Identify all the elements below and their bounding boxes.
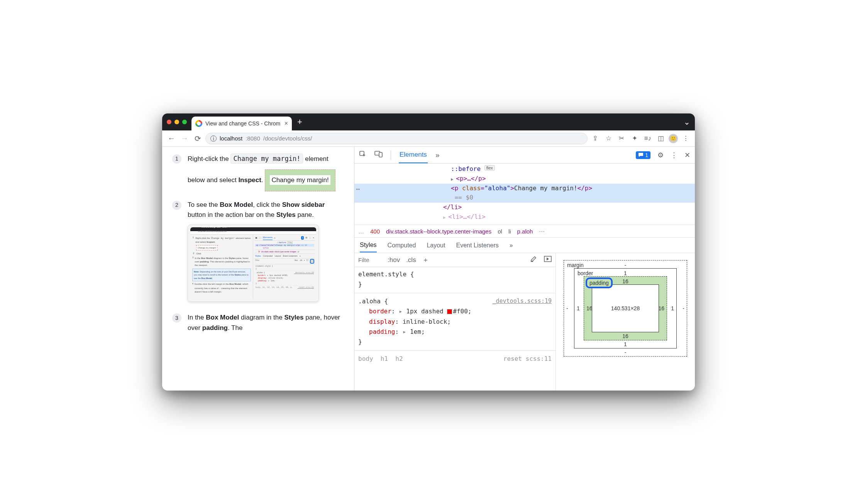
- t: diagram in the: [239, 314, 284, 321]
- color-swatch-icon[interactable]: [447, 309, 452, 314]
- border-top[interactable]: 1: [624, 270, 627, 276]
- margin-left[interactable]: -: [566, 305, 568, 311]
- settings-icon[interactable]: ⚙: [657, 151, 664, 159]
- flex-badge[interactable]: flex: [484, 165, 495, 171]
- devtools-header: Elements » 1 ⚙ ⋮ ✕: [354, 147, 695, 164]
- paint-brush-icon[interactable]: [530, 255, 538, 264]
- cls-toggle[interactable]: .cls: [406, 256, 416, 264]
- event-listeners-tab[interactable]: Event Listeners: [456, 239, 498, 252]
- step-number: 1: [172, 154, 181, 164]
- reload-button[interactable]: ⟳: [192, 134, 203, 143]
- bc-ol[interactable]: ol: [498, 228, 502, 235]
- box-model-pane: margin - - - - border 1 1 1 1 padding: [556, 253, 695, 391]
- content-size: 140.531×28: [611, 305, 640, 311]
- elements-tab[interactable]: Elements: [399, 147, 428, 163]
- rule-aloha[interactable]: .aloha {: [358, 298, 388, 305]
- t: Right-click the: [188, 155, 230, 162]
- t: To see the: [188, 201, 220, 208]
- box-model-padding[interactable]: padding 16 16 16 16 140.531×28: [584, 276, 667, 340]
- padding-top[interactable]: 16: [622, 278, 628, 284]
- step-text: In the Box Model diagram in the Styles p…: [188, 313, 344, 333]
- maximize-window-icon[interactable]: [182, 120, 187, 124]
- svg-rect-3: [531, 261, 533, 262]
- margin-bottom[interactable]: -: [625, 349, 627, 355]
- padding-bottom[interactable]: 16: [622, 333, 628, 339]
- t: In the: [188, 314, 206, 321]
- rule-element-style[interactable]: element.style {: [358, 269, 552, 279]
- reading-list-icon[interactable]: ≡♪: [642, 135, 653, 142]
- bc-ellipsis[interactable]: …: [358, 228, 364, 235]
- dropdown-window-icon[interactable]: ⌄: [684, 117, 690, 127]
- box-model-content[interactable]: 140.531×28: [592, 284, 659, 332]
- back-button[interactable]: ←: [166, 134, 177, 143]
- more-tabs-icon[interactable]: »: [435, 151, 440, 159]
- extensions-icon[interactable]: ✦: [629, 134, 640, 142]
- browser-tab[interactable]: View and change CSS - Chrom ×: [191, 117, 292, 130]
- margin-right[interactable]: -: [683, 305, 684, 311]
- scissors-icon[interactable]: ✂: [616, 134, 627, 142]
- margin-label: margin: [567, 262, 584, 268]
- padding-left[interactable]: 16: [586, 305, 593, 311]
- collapsed-p[interactable]: <p>…</p>: [456, 175, 486, 182]
- bc-li[interactable]: li: [508, 228, 511, 235]
- border-right[interactable]: 1: [671, 305, 674, 311]
- dom-breadcrumb[interactable]: … 400 div.stack.stack--block.type.center…: [354, 225, 695, 238]
- bc-more[interactable]: ⋯: [539, 228, 545, 235]
- url-bar[interactable]: i localhost:8080/docs/devtools/css/: [205, 133, 588, 144]
- box-model-border[interactable]: border 1 1 1 1 padding 16 16 16 16: [574, 268, 677, 348]
- layout-tab[interactable]: Layout: [427, 239, 445, 252]
- filter-input[interactable]: [358, 257, 381, 263]
- dom-tree[interactable]: ::before flex <p>…</p> <p class="aloha">…: [354, 164, 695, 225]
- rule-source-link[interactable]: _devtools.scss:19: [492, 296, 552, 306]
- bc-paloh[interactable]: p.aloh: [517, 228, 533, 235]
- rule-source-link[interactable]: reset scss:11: [503, 354, 552, 364]
- step-text: Right-click the Change my margin! elemen…: [188, 154, 344, 191]
- new-rule-icon[interactable]: ＋: [422, 255, 429, 264]
- device-toggle-icon[interactable]: [374, 150, 383, 160]
- more-styles-tabs-icon[interactable]: »: [510, 239, 513, 252]
- close-devtools-icon[interactable]: ✕: [684, 151, 690, 159]
- new-tab-button[interactable]: +: [297, 118, 302, 126]
- eq-zero: == $0: [451, 194, 473, 201]
- share-icon[interactable]: ⇪: [590, 134, 601, 142]
- styles-filter-row: :hov .cls ＋: [354, 253, 556, 267]
- inspect-icon[interactable]: [359, 150, 367, 160]
- step-2: 2 To see the Box Model, click the Show s…: [172, 200, 344, 304]
- change-my-margin-demo[interactable]: Change my margin!: [265, 169, 335, 191]
- margin-top[interactable]: -: [625, 262, 627, 268]
- url-path: /docs/devtools/css/: [263, 135, 312, 142]
- padding-right[interactable]: 16: [658, 305, 664, 311]
- bold: Styles: [276, 211, 296, 218]
- bc-div[interactable]: div.stack.stack--block.type.center-image…: [386, 228, 491, 235]
- close-window-icon[interactable]: [167, 120, 171, 124]
- bookmark-icon[interactable]: ☆: [603, 134, 614, 142]
- border-left[interactable]: 1: [577, 305, 580, 311]
- forward-button[interactable]: →: [179, 134, 190, 143]
- title-bar: View and change CSS - Chrom × + ⌄: [162, 113, 695, 130]
- styles-sub-tabs: Styles Computed Layout Event Listeners »: [354, 238, 695, 253]
- tab-close-icon[interactable]: ×: [285, 120, 288, 127]
- selected-dom-node[interactable]: <p class="aloha">Change my margin!</p> =…: [354, 184, 695, 203]
- issues-badge[interactable]: 1: [636, 151, 650, 159]
- side-panel-icon[interactable]: ◫: [655, 134, 666, 142]
- thumbnail-inner: View and change CSS - Chro… × localhost:…: [188, 225, 318, 301]
- bold: Inspect: [238, 176, 261, 184]
- css-rules[interactable]: element.style { } .aloha {_devtools.scss…: [354, 267, 556, 366]
- collapsed-li[interactable]: <li>…</li>: [448, 213, 485, 220]
- profile-avatar[interactable]: 🙂: [669, 134, 678, 143]
- minimize-window-icon[interactable]: [174, 120, 179, 124]
- content-split: 1 Right-click the Change my margin! elem…: [162, 147, 695, 391]
- site-info-icon[interactable]: i: [210, 135, 217, 142]
- box-model-margin[interactable]: margin - - - - border 1 1 1 1 padding: [564, 260, 687, 357]
- computed-tab[interactable]: Computed: [388, 239, 416, 252]
- bc-400[interactable]: 400: [370, 228, 380, 235]
- hov-toggle[interactable]: :hov: [388, 256, 400, 264]
- browser-toolbar: ← → ⟳ i localhost:8080/docs/devtools/css…: [162, 130, 695, 147]
- chrome-menu-icon[interactable]: ⋮: [680, 134, 691, 142]
- kebab-menu-icon[interactable]: ⋮: [671, 151, 677, 159]
- border-bottom[interactable]: 1: [624, 341, 627, 347]
- url-host: localhost: [220, 135, 242, 142]
- styles-tab[interactable]: Styles: [360, 238, 377, 252]
- toggle-sidebar-icon[interactable]: [544, 256, 552, 264]
- devtools-panel: Elements » 1 ⚙ ⋮ ✕ ::before flex <p>…</p…: [354, 147, 695, 391]
